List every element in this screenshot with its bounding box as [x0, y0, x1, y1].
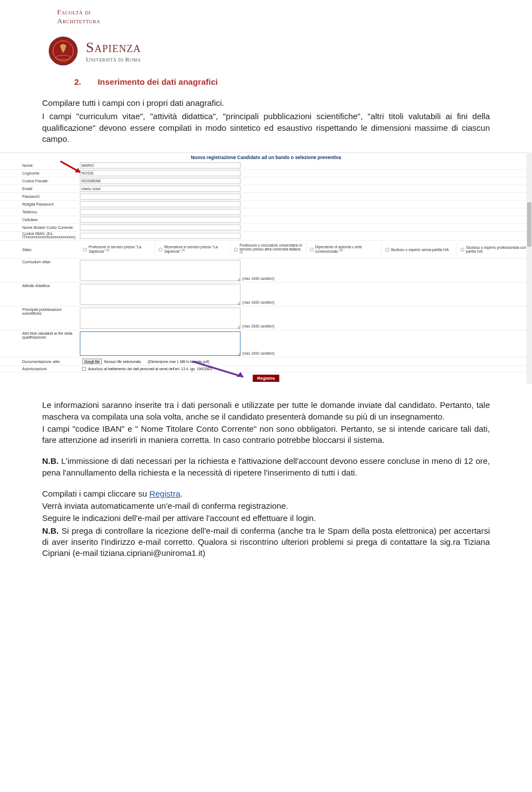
radio-stato-0[interactable]	[83, 248, 87, 252]
label-password: Password:	[22, 195, 80, 198]
registra-link[interactable]: Registra	[149, 489, 180, 498]
input-email[interactable]	[80, 186, 241, 192]
faculty-line2: Architettura	[57, 17, 532, 25]
logo-name: Sapienza	[86, 39, 141, 56]
label-ridigita: Ridigita Password:	[22, 202, 80, 206]
label-attivita: Attività didattica:	[22, 284, 80, 288]
label-cf: Codice Fiscale:	[22, 179, 80, 183]
stato-opt-5: Studioso o esperto professionista con pa…	[466, 246, 529, 253]
auth-checkbox[interactable]	[82, 367, 86, 371]
label-titolare: Nome titolare Conto Corrente:	[22, 226, 80, 229]
stato-opt-1: Ricercatore in servizio presso "La Sapie…	[164, 245, 227, 253]
input-nome[interactable]	[80, 162, 241, 168]
label-email: Email:	[22, 187, 80, 191]
logo-block: Sapienza Università di Roma	[47, 35, 532, 67]
no-file-text: Nessun file selezionato	[104, 360, 141, 364]
logo-subtitle: Università di Roma	[86, 56, 141, 63]
input-password[interactable]	[80, 193, 241, 200]
textarea-cv[interactable]	[80, 260, 241, 281]
hint-pubb: (max 2000 caratteri)	[242, 324, 274, 328]
crest-icon	[47, 35, 79, 67]
after-p4: Compilati i campi cliccare su Registra.	[42, 488, 490, 499]
intro-p1: Compilare tutti i campi con i propri dat…	[42, 98, 490, 109]
after-p7: N.B. Si prega di controllare la ricezion…	[42, 525, 490, 559]
stato-opt-0: Professore in servizio presso "La Sapien…	[89, 245, 151, 253]
input-cellulare[interactable]	[80, 217, 241, 223]
label-nome: Nome:	[22, 163, 80, 167]
radio-stato-3[interactable]	[310, 248, 314, 252]
after-p6: Seguire le indicazioni dell'e-mail per a…	[42, 513, 490, 524]
intro-p2: I campi "curriculum vitae", "attività di…	[42, 111, 490, 145]
section-title: 2. Inserimento dei dati anagrafici	[74, 77, 532, 86]
form-screenshot: Nuova registrazione Candidato ad un band…	[0, 152, 532, 384]
scrollbar-thumb[interactable]	[527, 202, 531, 247]
radio-stato-4[interactable]	[385, 248, 389, 252]
auth-text: Autorizzo al trattamento dei dati person…	[88, 367, 213, 371]
textarea-altri[interactable]	[80, 331, 241, 356]
faculty-header: Facoltà di Architettura	[57, 8, 532, 25]
section-number: 2.	[74, 77, 95, 86]
after-p5: Verrà inviata automaticamente un'e-mail …	[42, 500, 490, 512]
label-telefono: Telefono:	[22, 210, 80, 214]
label-pubb: Principali pubblicazioni scientifiche:	[22, 308, 80, 315]
textarea-pubb[interactable]	[80, 308, 241, 329]
input-titolare[interactable]	[80, 224, 241, 231]
label-cellulare: Cellulare:	[22, 218, 80, 222]
choose-file-button[interactable]: Scegli file	[82, 359, 102, 364]
label-stato: Stato:	[22, 248, 80, 252]
after-p1: Le informazioni saranno inserite tra i d…	[42, 400, 490, 422]
form-title: Nuova registrazione Candidato ad un band…	[0, 153, 532, 162]
hint-cv: (max 1000 caratteri)	[242, 277, 274, 280]
textarea-attivita[interactable]	[80, 284, 241, 305]
hint-attivita: (max 1000 caratteri)	[242, 300, 274, 304]
label-doc: Documentazione utile:	[22, 360, 80, 364]
input-cf[interactable]	[80, 178, 241, 184]
label-altri: Altri titoli valutabili ai fini della qu…	[22, 331, 80, 339]
scrollbar[interactable]	[526, 152, 532, 384]
stato-opt-2: Professore o ricercatore universitario i…	[239, 243, 302, 256]
doc-hint: (Dimensione max 1 MB in formato pdf)	[148, 360, 209, 364]
label-cognome: Cognome:	[22, 171, 80, 175]
input-telefono[interactable]	[80, 209, 241, 215]
label-auth: Autorizzazioni:	[22, 367, 80, 371]
input-iban[interactable]	[80, 233, 241, 239]
hint-altri: (max 1000 caratteri)	[242, 351, 274, 355]
radio-stato-5[interactable]	[461, 248, 464, 252]
registra-button[interactable]: Registra	[253, 375, 279, 382]
input-ridigita[interactable]	[80, 201, 241, 207]
section-title-text: Inserimento dei dati anagrafici	[98, 77, 218, 86]
label-cv: Curriculum vitae:	[22, 260, 80, 264]
after-p3: N.B. L'immissione di dati necessari per …	[42, 456, 490, 478]
stato-opt-3: Dipendente di azienda o ente convenziona…	[315, 245, 378, 253]
after-p2: I campi "codice IBAN" e " Nome Titolare …	[42, 423, 490, 446]
input-cognome[interactable]	[80, 170, 241, 176]
stato-opt-4: Studioso o esperto senza partita IVA	[391, 248, 449, 252]
faculty-line1: Facoltà di	[57, 8, 532, 17]
radio-stato-2[interactable]	[234, 248, 238, 252]
radio-stato-1[interactable]	[158, 248, 162, 252]
label-iban: Codice IBAN: (Es. ITxxxxxxxxxxxxxxxxxxxx…	[22, 232, 80, 239]
